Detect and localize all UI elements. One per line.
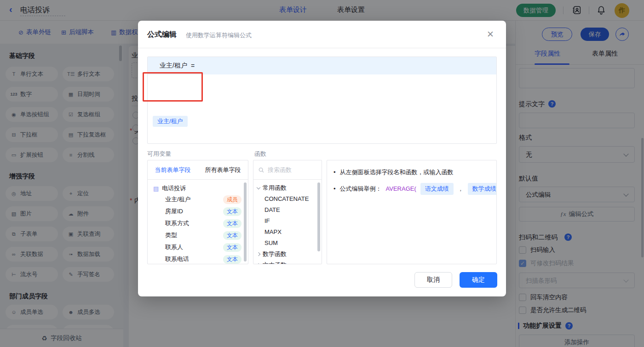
formula-help-panel: • 从左侧面板选择字段名和函数，或输入函数 • 公式编辑举例： AVERAGE(… bbox=[327, 160, 497, 264]
tab-current-form-fields[interactable]: 当前表单字段 bbox=[148, 166, 198, 174]
bullet-icon: • bbox=[334, 168, 336, 177]
chevron-right-icon bbox=[257, 263, 260, 264]
function-item[interactable]: CONCATENATE bbox=[253, 193, 322, 205]
close-icon[interactable]: ✕ bbox=[487, 29, 494, 40]
variable-row[interactable]: 房屋ID 文本 bbox=[148, 205, 248, 217]
formula-field-token[interactable]: 业主/租户 bbox=[153, 116, 188, 127]
field-type-badge: 文本 bbox=[223, 255, 242, 264]
field-type-badge: 文本 bbox=[223, 243, 242, 252]
example-comma: ， bbox=[458, 184, 464, 193]
functions-panel: 常用函数 CONCATENATE DATE IF MAPX SUM 数学函数 文… bbox=[253, 160, 322, 264]
variable-row[interactable]: 业主/租户 成员 bbox=[148, 193, 248, 205]
variable-row[interactable]: 联系方式 文本 bbox=[148, 217, 248, 229]
form-doc-icon: ▤ bbox=[153, 185, 159, 192]
modal-header-divider bbox=[138, 48, 506, 48]
variable-row[interactable]: 联系电话 文本 bbox=[148, 253, 248, 264]
field-type-badge: 文本 bbox=[223, 219, 242, 228]
function-item[interactable]: DATE bbox=[253, 205, 322, 216]
confirm-button[interactable]: 确定 bbox=[460, 272, 497, 288]
function-search[interactable] bbox=[253, 160, 322, 180]
search-icon bbox=[258, 167, 264, 173]
formula-target-name: 业主/租户 bbox=[160, 62, 187, 70]
tab-all-form-fields[interactable]: 所有表单字段 bbox=[198, 166, 248, 174]
formula-editor-modal: 公式编辑 使用数学运算符编辑公式 ✕ 业主/租户 = 业主/租户 可用变量 函数… bbox=[138, 21, 506, 296]
example-field-token: 语文成绩 bbox=[420, 183, 454, 195]
annotation-highlight-rect bbox=[143, 72, 203, 102]
help-tip-1: • 从左侧面板选择字段名和函数，或输入函数 bbox=[334, 168, 490, 177]
function-item[interactable]: MAPX bbox=[253, 227, 322, 238]
functions-scrollbar[interactable] bbox=[317, 182, 320, 251]
modal-subtitle: 使用数学运算符编辑公式 bbox=[186, 31, 252, 40]
field-type-badge: 成员 bbox=[223, 195, 242, 204]
function-item[interactable]: SUM bbox=[253, 238, 322, 249]
function-search-input[interactable] bbox=[268, 166, 314, 173]
chevron-down-icon bbox=[257, 185, 260, 189]
variable-row[interactable]: 联系人 文本 bbox=[148, 241, 248, 253]
variables-scrollbar[interactable] bbox=[244, 182, 247, 262]
app-root: ‹ 电话投诉 表单设计 表单设置 数据管理 作 ⊘ 表单外链 bbox=[0, 0, 644, 347]
example-function-open: AVERAGE( bbox=[386, 184, 416, 193]
variable-row[interactable]: 类型 文本 bbox=[148, 229, 248, 241]
function-group-common[interactable]: 常用函数 bbox=[253, 182, 322, 193]
function-group-text[interactable]: 文本函数 bbox=[253, 260, 322, 264]
help-tip-2: • 公式编辑举例： AVERAGE( 语文成绩 ， 数学成绩 ) bbox=[334, 183, 490, 195]
variables-tabs: 当前表单字段 所有表单字段 bbox=[148, 160, 248, 180]
example-field-token: 数学成绩 bbox=[468, 183, 497, 195]
equals-sign: = bbox=[191, 62, 195, 69]
variables-panel: 当前表单字段 所有表单字段 ▤ 电话投诉 业主/租户 成员 房屋ID 文本 联系… bbox=[147, 160, 248, 264]
cancel-button[interactable]: 取消 bbox=[414, 272, 452, 288]
variables-label: 可用变量 bbox=[147, 150, 171, 158]
variables-tree-root[interactable]: ▤ 电话投诉 bbox=[148, 180, 248, 193]
function-group-math[interactable]: 数学函数 bbox=[253, 249, 322, 260]
functions-label: 函数 bbox=[254, 150, 266, 158]
modal-title: 公式编辑 bbox=[147, 30, 177, 40]
field-type-badge: 文本 bbox=[223, 207, 242, 216]
bullet-icon: • bbox=[334, 184, 336, 193]
function-item[interactable]: IF bbox=[253, 216, 322, 227]
chevron-right-icon bbox=[257, 252, 260, 256]
field-type-badge: 文本 bbox=[223, 231, 242, 240]
